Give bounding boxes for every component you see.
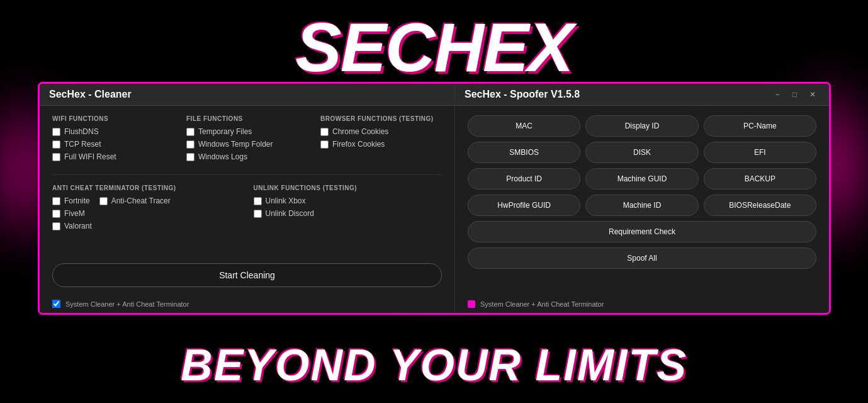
right-panel: SecHex - Spoofer V1.5.8 − □ ✕ MAC Displa…: [455, 84, 829, 313]
wifi-functions-title: WIFI FUNCTIONS: [52, 115, 174, 122]
checkbox-fivem[interactable]: FiveM: [52, 209, 241, 218]
checkbox-unlinkxbox[interactable]: Unlink Xbox: [254, 196, 442, 205]
checkbox-tempfiles-label: Temporary Files: [198, 127, 252, 136]
spoof-disk-button[interactable]: DISK: [585, 142, 698, 163]
close-button[interactable]: ✕: [806, 89, 820, 100]
left-panel: SecHex - Cleaner WIFI FUNCTIONS FlushDNS…: [40, 84, 455, 313]
checkbox-fullwifi[interactable]: Full WIFI Reset: [52, 152, 174, 161]
wifi-functions-group: WIFI FUNCTIONS FlushDNS TCP Reset Full W…: [52, 115, 174, 165]
spoof-all-button[interactable]: Spoof All: [468, 247, 816, 269]
checkbox-chromecookies-label: Chrome Cookies: [332, 127, 388, 136]
unlink-functions-group: UNLINK FUNCTIONS (testing) Unlink Xbox U…: [254, 184, 442, 234]
checkbox-tcpreset-label: TCP Reset: [64, 140, 101, 149]
checkbox-unlinkdiscord-input[interactable]: [254, 210, 262, 218]
checkbox-fivem-label: FiveM: [64, 209, 85, 218]
checkbox-tcpreset-input[interactable]: [52, 140, 60, 149]
left-status-text: System Cleaner + Anti Cheat Terminator: [65, 300, 189, 308]
checkbox-winlogs[interactable]: Windows Logs: [186, 152, 308, 161]
checkbox-flushdns[interactable]: FlushDNS: [52, 127, 174, 136]
checkbox-valorant-label: Valorant: [64, 222, 92, 230]
checkbox-firefoxcookies[interactable]: Firefox Cookies: [320, 140, 442, 149]
checkbox-anticheat-label: Anti-Cheat Tracer: [111, 196, 171, 205]
checkbox-firefoxcookies-label: Firefox Cookies: [332, 140, 385, 149]
functions-bottom-row: ANTI CHEAT TERMINATOR (testing) Fortnite…: [52, 184, 442, 234]
checkbox-chromecookies-input[interactable]: [320, 128, 329, 136]
window-controls: − □ ✕: [772, 89, 820, 100]
brand-subtitle: BEYOND YOUR LIMITS: [181, 340, 687, 390]
checkbox-fortnite[interactable]: Fortnite: [52, 196, 90, 205]
spoof-grid-row4: HwProfile GUID Machine ID BIOSReleaseDat…: [468, 195, 816, 216]
checkbox-wintempfolder-input[interactable]: [186, 140, 194, 149]
status-checkbox[interactable]: [52, 300, 60, 308]
checkbox-wintempfolder-label: Windows Temp Folder: [198, 140, 273, 149]
spoof-machineguid-button[interactable]: Machine GUID: [585, 168, 698, 190]
checkbox-fullwifi-label: Full WIFI Reset: [64, 152, 116, 161]
checkbox-anticheat-input[interactable]: [99, 197, 108, 205]
spoof-backup-button[interactable]: BACKUP: [704, 168, 816, 190]
checkbox-wintempfolder[interactable]: Windows Temp Folder: [186, 140, 308, 149]
checkbox-unlinkxbox-input[interactable]: [254, 197, 262, 205]
right-status-bar: System Cleaner + Anti Cheat Terminator: [455, 297, 829, 313]
checkbox-firefoxcookies-input[interactable]: [320, 140, 329, 149]
left-content: WIFI FUNCTIONS FlushDNS TCP Reset Full W…: [40, 106, 454, 258]
maximize-button[interactable]: □: [789, 89, 801, 100]
checkbox-winlogs-label: Windows Logs: [198, 152, 247, 161]
spoof-efi-button[interactable]: EFI: [704, 142, 816, 163]
file-functions-group: FILE FUNCTIONS Temporary Files Windows T…: [186, 115, 308, 165]
checkbox-chromecookies[interactable]: Chrome Cookies: [320, 127, 442, 136]
checkbox-anticheat[interactable]: Anti-Cheat Tracer: [99, 196, 171, 205]
checkbox-fortnite-label: Fortnite: [64, 196, 90, 205]
spoof-smbios-button[interactable]: SMBIOS: [468, 142, 580, 163]
checkbox-fullwifi-input[interactable]: [52, 153, 60, 161]
functions-top-row: WIFI FUNCTIONS FlushDNS TCP Reset Full W…: [52, 115, 442, 165]
unlink-functions-title: UNLINK FUNCTIONS (testing): [254, 184, 442, 191]
brand-title: SECHEX: [295, 13, 572, 82]
spoof-mac-button[interactable]: MAC: [468, 115, 580, 137]
checkbox-tcpreset[interactable]: TCP Reset: [52, 140, 174, 149]
right-title-bar: SecHex - Spoofer V1.5.8 − □ ✕: [455, 84, 829, 106]
left-app-title: SecHex - Cleaner: [49, 89, 132, 100]
checkbox-flushdns-label: FlushDNS: [64, 127, 99, 136]
right-app-title: SecHex - Spoofer V1.5.8: [465, 89, 580, 100]
checkbox-unlinkdiscord-label: Unlink Discord: [266, 209, 314, 218]
checkbox-fortnite-input[interactable]: [52, 197, 60, 205]
right-content: MAC Display ID PC-Name SMBIOS DISK EFI P…: [455, 106, 829, 297]
spoof-pcname-button[interactable]: PC-Name: [704, 115, 816, 137]
left-status-bar: System Cleaner + Anti Cheat Terminator: [40, 297, 454, 313]
anti-cheat-group: ANTI CHEAT TERMINATOR (testing) Fortnite…: [52, 184, 241, 234]
app-container: SecHex - Cleaner WIFI FUNCTIONS FlushDNS…: [38, 82, 831, 315]
checkbox-flushdns-input[interactable]: [52, 128, 60, 136]
checkbox-fivem-input[interactable]: [52, 210, 60, 218]
requirement-check-button[interactable]: Requirement Check: [468, 221, 816, 242]
spoof-biosreleasedate-button[interactable]: BIOSReleaseDate: [704, 195, 816, 216]
left-title-bar: SecHex - Cleaner: [40, 84, 454, 106]
anti-cheat-row-1: Fortnite Anti-Cheat Tracer: [52, 196, 241, 209]
spoof-productid-button[interactable]: Product ID: [468, 168, 580, 190]
spoof-displayid-button[interactable]: Display ID: [585, 115, 698, 137]
start-cleaning-button[interactable]: Start Cleaning: [52, 263, 442, 287]
checkbox-unlinkxbox-label: Unlink Xbox: [266, 196, 306, 205]
spoof-hwprofile-button[interactable]: HwProfile GUID: [468, 195, 580, 216]
status-pink-dot: [468, 300, 475, 308]
spoof-grid-row2: SMBIOS DISK EFI: [468, 142, 816, 163]
checkbox-valorant[interactable]: Valorant: [52, 222, 241, 230]
checkbox-unlinkdiscord[interactable]: Unlink Discord: [254, 209, 442, 218]
divider-1: [52, 174, 442, 175]
checkbox-tempfiles-input[interactable]: [186, 128, 194, 136]
checkbox-tempfiles[interactable]: Temporary Files: [186, 127, 308, 136]
checkbox-valorant-input[interactable]: [52, 222, 60, 230]
spoof-grid-row3: Product ID Machine GUID BACKUP: [468, 168, 816, 190]
anti-cheat-title: ANTI CHEAT TERMINATOR (testing): [52, 184, 241, 191]
spoof-grid-row1: MAC Display ID PC-Name: [468, 115, 816, 137]
minimize-button[interactable]: −: [772, 89, 784, 100]
spoof-machineid-button[interactable]: Machine ID: [585, 195, 698, 216]
file-functions-title: FILE FUNCTIONS: [186, 115, 308, 122]
browser-functions-group: BROWSER FUNCTIONS (testing) Chrome Cooki…: [320, 115, 442, 165]
checkbox-winlogs-input[interactable]: [186, 153, 194, 161]
right-status-text: System Cleaner + Anti Cheat Terminator: [480, 300, 604, 308]
browser-functions-title: BROWSER FUNCTIONS (testing): [320, 115, 442, 122]
